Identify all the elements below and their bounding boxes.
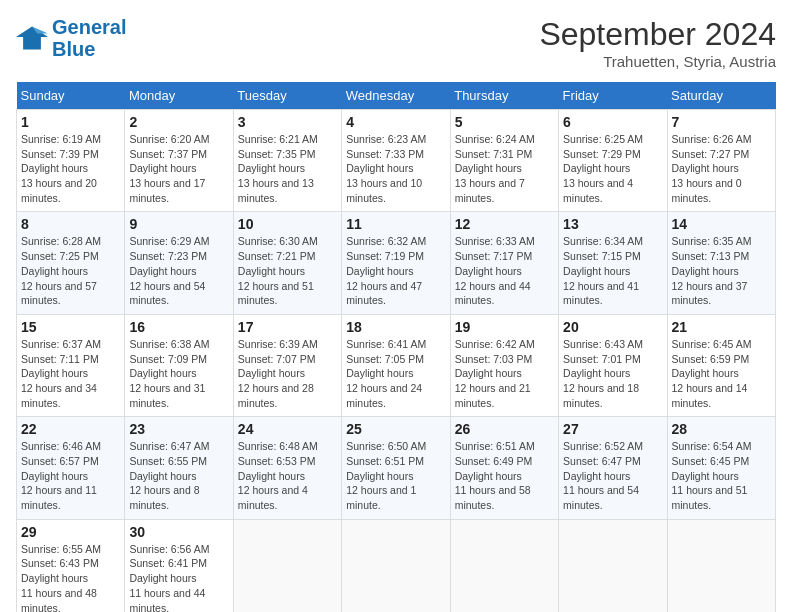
empty-cell [342, 519, 450, 612]
week-row-5: 29 Sunrise: 6:55 AM Sunset: 6:43 PM Dayl… [17, 519, 776, 612]
day-cell-27: 27 Sunrise: 6:52 AM Sunset: 6:47 PM Dayl… [559, 417, 667, 519]
day-number: 21 [672, 319, 771, 335]
day-cell-8: 8 Sunrise: 6:28 AM Sunset: 7:25 PM Dayli… [17, 212, 125, 314]
day-cell-12: 12 Sunrise: 6:33 AM Sunset: 7:17 PM Dayl… [450, 212, 558, 314]
days-of-week-row: SundayMondayTuesdayWednesdayThursdayFrid… [17, 82, 776, 110]
day-detail: Sunrise: 6:54 AM Sunset: 6:45 PM Dayligh… [672, 439, 771, 512]
location: Trahuetten, Styria, Austria [539, 53, 776, 70]
day-cell-16: 16 Sunrise: 6:38 AM Sunset: 7:09 PM Dayl… [125, 314, 233, 416]
day-cell-25: 25 Sunrise: 6:50 AM Sunset: 6:51 PM Dayl… [342, 417, 450, 519]
day-detail: Sunrise: 6:34 AM Sunset: 7:15 PM Dayligh… [563, 234, 662, 307]
day-of-week-sunday: Sunday [17, 82, 125, 110]
day-detail: Sunrise: 6:55 AM Sunset: 6:43 PM Dayligh… [21, 542, 120, 612]
week-row-3: 15 Sunrise: 6:37 AM Sunset: 7:11 PM Dayl… [17, 314, 776, 416]
day-cell-10: 10 Sunrise: 6:30 AM Sunset: 7:21 PM Dayl… [233, 212, 341, 314]
empty-cell [450, 519, 558, 612]
title-block: September 2024 Trahuetten, Styria, Austr… [539, 16, 776, 70]
day-number: 26 [455, 421, 554, 437]
day-number: 17 [238, 319, 337, 335]
day-of-week-tuesday: Tuesday [233, 82, 341, 110]
day-number: 18 [346, 319, 445, 335]
day-detail: Sunrise: 6:48 AM Sunset: 6:53 PM Dayligh… [238, 439, 337, 512]
day-of-week-thursday: Thursday [450, 82, 558, 110]
day-cell-26: 26 Sunrise: 6:51 AM Sunset: 6:49 PM Dayl… [450, 417, 558, 519]
day-number: 22 [21, 421, 120, 437]
day-number: 19 [455, 319, 554, 335]
day-cell-9: 9 Sunrise: 6:29 AM Sunset: 7:23 PM Dayli… [125, 212, 233, 314]
day-detail: Sunrise: 6:41 AM Sunset: 7:05 PM Dayligh… [346, 337, 445, 410]
day-detail: Sunrise: 6:37 AM Sunset: 7:11 PM Dayligh… [21, 337, 120, 410]
day-detail: Sunrise: 6:33 AM Sunset: 7:17 PM Dayligh… [455, 234, 554, 307]
day-cell-3: 3 Sunrise: 6:21 AM Sunset: 7:35 PM Dayli… [233, 110, 341, 212]
day-detail: Sunrise: 6:50 AM Sunset: 6:51 PM Dayligh… [346, 439, 445, 512]
day-number: 2 [129, 114, 228, 130]
day-number: 13 [563, 216, 662, 232]
month-year: September 2024 [539, 16, 776, 53]
day-detail: Sunrise: 6:32 AM Sunset: 7:19 PM Dayligh… [346, 234, 445, 307]
day-number: 12 [455, 216, 554, 232]
page-header: GeneralBlue September 2024 Trahuetten, S… [16, 16, 776, 70]
day-cell-17: 17 Sunrise: 6:39 AM Sunset: 7:07 PM Dayl… [233, 314, 341, 416]
day-number: 24 [238, 421, 337, 437]
day-number: 20 [563, 319, 662, 335]
day-cell-11: 11 Sunrise: 6:32 AM Sunset: 7:19 PM Dayl… [342, 212, 450, 314]
day-cell-2: 2 Sunrise: 6:20 AM Sunset: 7:37 PM Dayli… [125, 110, 233, 212]
logo-text: GeneralBlue [52, 16, 126, 60]
day-detail: Sunrise: 6:29 AM Sunset: 7:23 PM Dayligh… [129, 234, 228, 307]
day-cell-1: 1 Sunrise: 6:19 AM Sunset: 7:39 PM Dayli… [17, 110, 125, 212]
day-cell-14: 14 Sunrise: 6:35 AM Sunset: 7:13 PM Dayl… [667, 212, 775, 314]
day-cell-19: 19 Sunrise: 6:42 AM Sunset: 7:03 PM Dayl… [450, 314, 558, 416]
day-number: 28 [672, 421, 771, 437]
day-cell-23: 23 Sunrise: 6:47 AM Sunset: 6:55 PM Dayl… [125, 417, 233, 519]
day-number: 15 [21, 319, 120, 335]
empty-cell [233, 519, 341, 612]
day-detail: Sunrise: 6:43 AM Sunset: 7:01 PM Dayligh… [563, 337, 662, 410]
week-row-4: 22 Sunrise: 6:46 AM Sunset: 6:57 PM Dayl… [17, 417, 776, 519]
day-cell-29: 29 Sunrise: 6:55 AM Sunset: 6:43 PM Dayl… [17, 519, 125, 612]
day-detail: Sunrise: 6:35 AM Sunset: 7:13 PM Dayligh… [672, 234, 771, 307]
day-detail: Sunrise: 6:20 AM Sunset: 7:37 PM Dayligh… [129, 132, 228, 205]
day-number: 23 [129, 421, 228, 437]
day-detail: Sunrise: 6:56 AM Sunset: 6:41 PM Dayligh… [129, 542, 228, 612]
day-detail: Sunrise: 6:24 AM Sunset: 7:31 PM Dayligh… [455, 132, 554, 205]
day-number: 4 [346, 114, 445, 130]
day-number: 29 [21, 524, 120, 540]
day-number: 6 [563, 114, 662, 130]
calendar-header: SundayMondayTuesdayWednesdayThursdayFrid… [17, 82, 776, 110]
day-detail: Sunrise: 6:47 AM Sunset: 6:55 PM Dayligh… [129, 439, 228, 512]
day-cell-7: 7 Sunrise: 6:26 AM Sunset: 7:27 PM Dayli… [667, 110, 775, 212]
day-cell-30: 30 Sunrise: 6:56 AM Sunset: 6:41 PM Dayl… [125, 519, 233, 612]
day-cell-22: 22 Sunrise: 6:46 AM Sunset: 6:57 PM Dayl… [17, 417, 125, 519]
day-cell-18: 18 Sunrise: 6:41 AM Sunset: 7:05 PM Dayl… [342, 314, 450, 416]
day-cell-5: 5 Sunrise: 6:24 AM Sunset: 7:31 PM Dayli… [450, 110, 558, 212]
day-cell-21: 21 Sunrise: 6:45 AM Sunset: 6:59 PM Dayl… [667, 314, 775, 416]
day-detail: Sunrise: 6:42 AM Sunset: 7:03 PM Dayligh… [455, 337, 554, 410]
day-cell-4: 4 Sunrise: 6:23 AM Sunset: 7:33 PM Dayli… [342, 110, 450, 212]
day-number: 1 [21, 114, 120, 130]
day-detail: Sunrise: 6:38 AM Sunset: 7:09 PM Dayligh… [129, 337, 228, 410]
day-cell-24: 24 Sunrise: 6:48 AM Sunset: 6:53 PM Dayl… [233, 417, 341, 519]
day-number: 8 [21, 216, 120, 232]
logo: GeneralBlue [16, 16, 126, 60]
day-number: 25 [346, 421, 445, 437]
day-number: 16 [129, 319, 228, 335]
empty-cell [667, 519, 775, 612]
day-number: 9 [129, 216, 228, 232]
day-detail: Sunrise: 6:28 AM Sunset: 7:25 PM Dayligh… [21, 234, 120, 307]
calendar-body: 1 Sunrise: 6:19 AM Sunset: 7:39 PM Dayli… [17, 110, 776, 613]
day-detail: Sunrise: 6:23 AM Sunset: 7:33 PM Dayligh… [346, 132, 445, 205]
day-number: 27 [563, 421, 662, 437]
day-number: 3 [238, 114, 337, 130]
week-row-1: 1 Sunrise: 6:19 AM Sunset: 7:39 PM Dayli… [17, 110, 776, 212]
day-detail: Sunrise: 6:46 AM Sunset: 6:57 PM Dayligh… [21, 439, 120, 512]
week-row-2: 8 Sunrise: 6:28 AM Sunset: 7:25 PM Dayli… [17, 212, 776, 314]
empty-cell [559, 519, 667, 612]
day-detail: Sunrise: 6:26 AM Sunset: 7:27 PM Dayligh… [672, 132, 771, 205]
day-of-week-friday: Friday [559, 82, 667, 110]
day-of-week-monday: Monday [125, 82, 233, 110]
day-detail: Sunrise: 6:52 AM Sunset: 6:47 PM Dayligh… [563, 439, 662, 512]
day-detail: Sunrise: 6:45 AM Sunset: 6:59 PM Dayligh… [672, 337, 771, 410]
day-number: 14 [672, 216, 771, 232]
day-detail: Sunrise: 6:30 AM Sunset: 7:21 PM Dayligh… [238, 234, 337, 307]
day-cell-28: 28 Sunrise: 6:54 AM Sunset: 6:45 PM Dayl… [667, 417, 775, 519]
